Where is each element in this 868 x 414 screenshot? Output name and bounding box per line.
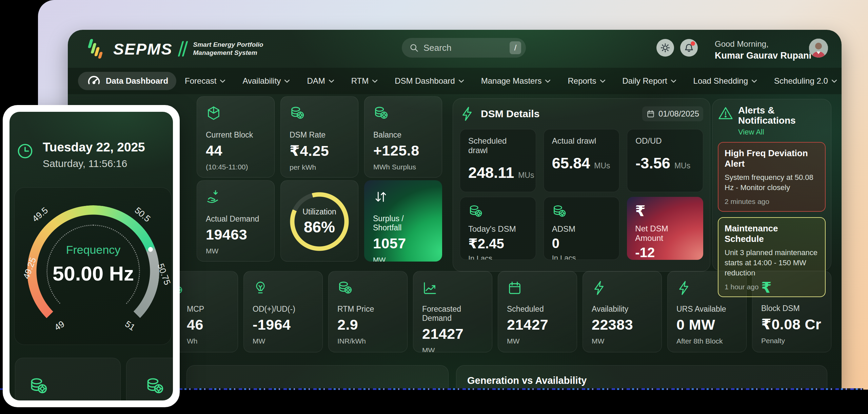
dsm-details-header: DSM Details 01/08/2025 <box>460 106 703 122</box>
stat-sub: Wh <box>187 337 229 345</box>
alert-card-red[interactable]: High Freq Deviation AlertSystem frequenc… <box>718 142 826 212</box>
dsm-card-sub: In Lacs <box>468 254 528 260</box>
search-input[interactable]: Search / <box>402 38 526 58</box>
dsm-card: Scheduled drawl248.11MUs <box>460 129 536 192</box>
nav-item-daily-report[interactable]: Daily Report <box>614 76 685 86</box>
utilization-text: Utilization86% <box>290 192 349 251</box>
stat-card: Scheduled21427MW <box>498 271 577 352</box>
dsm-card-value: 248.11 <box>468 164 514 182</box>
stat-sub: INR/kWh <box>337 337 398 345</box>
bulb-icon <box>253 280 268 296</box>
stat-value: 21427 <box>507 316 568 333</box>
nav-item-forecast[interactable]: Forecast <box>176 76 234 86</box>
dsm-card: Today's DSM₹2.45In Lacs <box>460 197 536 260</box>
alert-title: Maintenance Schedule <box>725 223 819 244</box>
dsm-card-label: OD/UD <box>635 136 695 146</box>
user-name: Kumar Gaurav Rupani <box>715 50 811 61</box>
generation-vs-availability-panel: Generation vs Availability <box>456 365 827 390</box>
nav-item-load-shedding[interactable]: Load Shedding <box>685 76 766 86</box>
nav-item-label: Scheduling 2.0 <box>774 76 828 86</box>
alerts-view-all-link[interactable]: View All <box>738 128 826 137</box>
utilization-label: Utilization <box>302 207 336 216</box>
stat-sub: After 8th Block <box>676 337 737 345</box>
stat-card: Actual Demand19463MW <box>197 180 275 262</box>
nav-item-label: Forecast <box>185 76 216 86</box>
dsm-card-sub: In Lacs <box>552 254 611 260</box>
coins-icon <box>337 280 353 296</box>
dsm-card-unit: MUs <box>594 161 610 170</box>
nav-item-label: Load Shedding <box>693 76 748 86</box>
user-avatar[interactable] <box>809 39 828 58</box>
dsm-date-value: 01/08/2025 <box>658 109 699 119</box>
stat-sub: MW <box>253 337 314 345</box>
notification-badge-dot <box>691 41 695 46</box>
dsm-card: ₹Net DSM Amount-12In Lacs <box>627 197 703 260</box>
dsm-date-picker[interactable]: 01/08/2025 <box>642 106 703 121</box>
chevron-down-icon <box>372 79 378 83</box>
nav-item-label: DSM Dashboard <box>395 76 455 86</box>
stat-sub: MW <box>206 247 265 255</box>
frequency-gauge: Frequency 50.00 Hz <box>27 205 159 337</box>
utilization-card: Utilization86% <box>280 180 358 262</box>
stat-card-text: Forecasted Demand21427MW <box>422 296 483 352</box>
nav-item-label: RTM <box>351 76 369 86</box>
dsm-card: ADSM0In Lacs <box>544 197 620 260</box>
nav-item-rtm[interactable]: RTM <box>343 76 387 86</box>
stat-card: OD(+)/UD(-)-1964MW <box>243 271 323 352</box>
stat-card-text: Block DSM₹0.08 CrPenalty <box>761 295 822 345</box>
utilization-value: 86% <box>304 218 335 236</box>
stat-sub: MW <box>422 346 483 352</box>
dsm-card: OD/UD-3.56MUs <box>627 129 703 192</box>
dsm-card-label: Net DSM Amount <box>635 224 695 243</box>
dsm-card: Actual drawl65.84MUs <box>544 129 620 192</box>
chevron-down-icon <box>329 79 334 83</box>
alerts-panel: Alerts & Notifications View All High Fre… <box>712 99 831 271</box>
stat-label: Surplus / Shortfall <box>373 214 433 232</box>
nav-item-dam[interactable]: DAM <box>298 76 342 86</box>
nav-item-label: Daily Report <box>623 76 667 86</box>
stat-label: RTM Price <box>337 305 398 314</box>
nav-item-active[interactable]: Data Dashboard <box>78 72 176 90</box>
nav-item-manage-masters[interactable]: Manage Masters <box>473 76 559 86</box>
chevron-down-icon <box>284 79 290 83</box>
alerts-header: Alerts & Notifications View All <box>718 105 826 137</box>
main-navigation: Data DashboardForecastAvailabilityDAMRTM… <box>68 68 842 94</box>
theme-toggle-button[interactable] <box>656 39 674 57</box>
date-text: Tuesday 22, 2025 <box>43 140 145 154</box>
alert-body: System frequency at 50.08 Hz - Monitor c… <box>725 172 819 193</box>
stat-value: 46 <box>187 316 229 333</box>
stat-card-text: URS Available0 MWAfter 8th Block <box>676 296 737 345</box>
phone-mini-card[interactable] <box>15 358 121 400</box>
stat-value: ₹0.08 Cr <box>761 316 822 333</box>
nav-item-reports[interactable]: Reports <box>559 76 614 86</box>
app-tagline: Smart Energy Portfolio Management System <box>193 41 263 57</box>
nav-item-label: Availability <box>242 76 281 86</box>
stat-card-text: Availability22383MW <box>592 296 653 345</box>
dsm-card-unit: MUs <box>518 171 534 180</box>
dashboard-window: SEPMS Smart Energy Portfolio Management … <box>68 30 842 390</box>
warning-triangle-icon <box>718 105 733 121</box>
coins-icon <box>373 105 389 121</box>
user-greeting: Good Morning, Kumar Gaurav Rupani <box>715 39 811 61</box>
stat-label: Actual Demand <box>206 214 265 224</box>
dsm-card-label: Actual drawl <box>552 136 611 146</box>
nav-item-scheduling-2-0[interactable]: Scheduling 2.0 <box>766 76 842 86</box>
chevron-down-icon <box>671 79 676 83</box>
stat-value: 44 <box>206 142 265 159</box>
dsm-card-value-row: -3.56MUs <box>635 154 695 172</box>
stat-card: Availability22383MW <box>583 271 662 352</box>
phone-mini-card[interactable] <box>126 358 173 400</box>
nav-item-availability[interactable]: Availability <box>234 76 298 86</box>
notifications-button[interactable] <box>680 39 698 57</box>
search-icon <box>409 43 419 53</box>
coins-icon <box>552 204 567 219</box>
chevron-down-icon <box>751 79 757 83</box>
stat-label: URS Available <box>676 305 737 314</box>
stat-value: 19463 <box>206 226 265 243</box>
app-logo[interactable]: SEPMS Smart Energy Portfolio Management … <box>87 38 263 60</box>
stat-card-text: Scheduled21427MW <box>507 296 568 345</box>
nav-item-dsm-dashboard[interactable]: DSM Dashboard <box>386 76 472 86</box>
stat-card: Forecasted Demand21427MW <box>413 271 492 352</box>
stat-card-text: RTM Price2.9INR/kWh <box>337 296 398 345</box>
dsm-card-label: ADSM <box>552 224 611 234</box>
